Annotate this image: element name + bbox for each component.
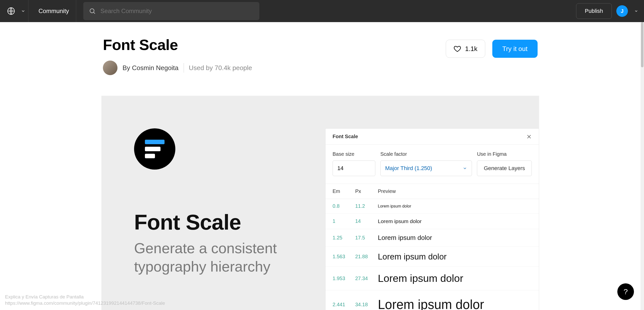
table-row: 1.953 27.34 Lorem ipsum dolor — [326, 267, 539, 290]
preview-text: Lorem ipsum dolor — [378, 204, 532, 209]
scale-factor-value: Major Third (1.250) — [385, 165, 432, 172]
col-preview-header: Preview — [378, 188, 532, 194]
preview-text: Lorem ipsum dolor — [378, 273, 532, 284]
divider — [184, 63, 184, 73]
em-value: 1.563 — [333, 254, 355, 260]
author-prefix: By — [123, 64, 132, 72]
panel-controls: Base size Scale factor Major Third (1.25… — [326, 145, 539, 184]
top-bar-left: Community — [4, 0, 76, 22]
panel-table-header: Em Px Preview — [326, 184, 539, 199]
panel-title: Font Scale — [333, 134, 358, 139]
byline: By Cosmin Negoita Used by 70.4k people — [103, 61, 252, 75]
help-button[interactable]: ? — [617, 283, 634, 300]
panel-table-body: 0.8 11.2 Lorem ipsum dolor 1 14 Lorem ip… — [326, 199, 539, 310]
like-button[interactable]: 1.1k — [446, 40, 485, 58]
use-in-figma-label: Use in Figma — [477, 151, 532, 157]
preview-text: Lorem ipsum dolor — [378, 252, 532, 262]
plugin-logo — [134, 128, 175, 170]
em-value: 2.441 — [333, 302, 355, 307]
author-avatar[interactable] — [103, 61, 117, 75]
avatar[interactable]: J — [616, 5, 628, 17]
author-name[interactable]: By Cosmin Negoita — [123, 64, 179, 72]
top-bar: Community Publish J — [0, 0, 644, 22]
content-wrapper: Font Scale By Cosmin Negoita Used by 70.… — [101, 22, 539, 310]
page-title: Font Scale — [103, 36, 252, 54]
chevron-down-icon — [463, 166, 467, 171]
globe-icon[interactable] — [4, 4, 18, 18]
plugin-panel: Font Scale Base size Scale factor Major … — [325, 128, 539, 310]
em-value: 1.25 — [333, 235, 355, 241]
em-value: 1 — [333, 218, 355, 224]
search-box[interactable] — [83, 2, 259, 20]
px-value: 11.2 — [355, 203, 378, 209]
col-px-header: Px — [355, 188, 378, 194]
table-row: 0.8 11.2 Lorem ipsum dolor — [326, 199, 539, 214]
px-value: 14 — [355, 218, 378, 224]
like-count: 1.1k — [465, 45, 477, 53]
try-it-out-button[interactable]: Try it out — [492, 40, 538, 58]
em-value: 1.953 — [333, 276, 355, 281]
scale-factor-control: Scale factor Major Third (1.250) — [380, 151, 472, 176]
preview-text: Lorem ipsum dolor — [378, 234, 532, 242]
table-row: 1.25 17.5 Lorem ipsum dolor — [326, 229, 539, 247]
usage-count: Used by 70.4k people — [189, 64, 252, 72]
px-value: 34.18 — [355, 302, 378, 307]
author-name-text: Cosmin Negoita — [132, 64, 179, 72]
px-value: 27.34 — [355, 276, 378, 281]
base-size-label: Base size — [333, 151, 375, 157]
base-size-control: Base size — [333, 151, 375, 176]
divider — [28, 0, 28, 22]
scale-factor-label: Scale factor — [380, 151, 472, 157]
publish-button[interactable]: Publish — [576, 3, 612, 19]
px-value: 21.88 — [355, 254, 378, 260]
cover-left: Font Scale Generate a consistent typogra… — [101, 96, 320, 310]
table-row: 1 14 Lorem ipsum dolor — [326, 214, 539, 229]
search-input[interactable] — [100, 8, 254, 15]
community-link[interactable]: Community — [31, 0, 76, 22]
scale-factor-select[interactable]: Major Third (1.250) — [380, 161, 472, 176]
search-icon — [89, 8, 96, 15]
base-size-input[interactable] — [333, 161, 375, 176]
preview-text: Lorem ipsum dolor — [378, 218, 532, 224]
chevron-down-icon[interactable] — [18, 4, 28, 18]
table-row: 1.563 21.88 Lorem ipsum dolor — [326, 247, 539, 267]
cover-image: Font Scale Generate a consistent typogra… — [101, 96, 539, 310]
resource-header: Font Scale By Cosmin Negoita Used by 70.… — [101, 36, 539, 75]
svg-point-1 — [90, 9, 94, 13]
table-row: 2.441 34.18 Lorem ipsum dolor — [326, 290, 539, 310]
px-value: 17.5 — [355, 235, 378, 241]
vertical-scrollbar[interactable] — [640, 22, 644, 310]
chevron-down-icon[interactable] — [632, 9, 640, 13]
use-in-figma-control: Use in Figma Generate Layers — [477, 151, 532, 176]
panel-header: Font Scale — [326, 129, 539, 145]
preview-text: Lorem ipsum dolor — [378, 297, 532, 310]
scrollbar-thumb[interactable] — [641, 22, 643, 67]
top-bar-right: Publish J — [576, 3, 640, 19]
em-value: 0.8 — [333, 203, 355, 209]
close-icon[interactable] — [526, 134, 532, 139]
cover-subtitle: Generate a consistent typography hierarc… — [134, 239, 315, 276]
cover-title: Font Scale — [134, 210, 320, 235]
heart-icon — [454, 45, 461, 53]
page-body: Font Scale By Cosmin Negoita Used by 70.… — [0, 22, 640, 310]
col-em-header: Em — [333, 188, 355, 194]
generate-layers-button[interactable]: Generate Layers — [477, 161, 532, 176]
